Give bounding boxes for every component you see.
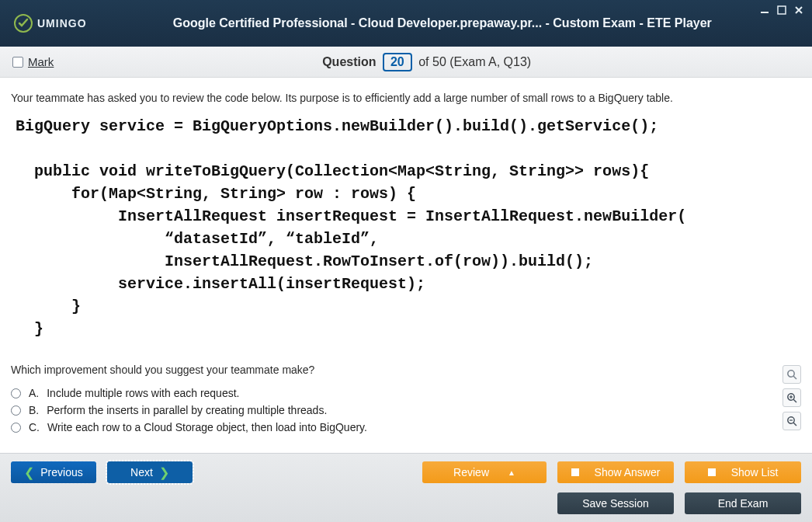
zoom-out-icon[interactable] [783,412,801,430]
square-icon [571,468,579,476]
show-list-button[interactable]: Show List [685,461,801,483]
end-exam-button[interactable]: End Exam [685,492,801,514]
option-a[interactable]: A. Include multiple rows with each reque… [11,387,801,399]
radio-icon[interactable] [11,388,21,398]
question-counter: Question 20 of 50 (Exam A, Q13) [54,53,800,71]
svg-line-10 [793,423,796,426]
mark-toggle[interactable]: Mark [12,55,54,68]
svg-line-6 [793,399,796,402]
triangle-up-icon: ▲ [508,468,515,477]
mark-label: Mark [28,55,54,68]
question-intro: Your teammate has asked you to review th… [11,92,801,104]
mark-checkbox[interactable] [12,57,23,68]
chevron-right-icon: ❯ [159,465,169,480]
minimize-icon[interactable] [759,5,770,16]
next-button[interactable]: Next❯ [107,461,193,483]
answer-options: A. Include multiple rows with each reque… [11,387,801,433]
chevron-left-icon: ❮ [24,465,34,480]
footer-row-1: ❮Previous Next❯ Review▲ Show Answer Show… [11,461,801,483]
maximize-icon[interactable] [776,5,787,16]
brand-text: UMINGO [37,17,87,30]
svg-point-3 [788,371,794,377]
previous-button[interactable]: ❮Previous [11,461,96,483]
title-bar: UMINGO Google Certified Professional - C… [0,0,812,47]
question-prompt: Which improvement should you suggest you… [11,364,801,376]
svg-rect-2 [778,6,786,14]
code-block: BigQuery service = BigQueryOptions.newBu… [16,115,801,340]
close-icon[interactable] [793,5,804,16]
zoom-in-icon[interactable] [783,388,801,407]
check-icon [14,14,33,33]
svg-line-4 [793,376,796,379]
radio-icon[interactable] [11,405,21,416]
search-icon[interactable] [783,365,801,384]
current-question-number: 20 [383,53,412,71]
option-b[interactable]: B. Perform the inserts in parallel by cr… [11,404,801,416]
svg-rect-1 [761,12,769,13]
radio-icon[interactable] [11,423,21,433]
square-icon [708,468,716,476]
zoom-tools [783,365,801,430]
window-title: Google Certified Professional - Cloud De… [87,16,798,30]
review-button[interactable]: Review▲ [422,461,547,483]
question-header-bar: Mark Question 20 of 50 (Exam A, Q13) [0,47,812,78]
footer: ❮Previous Next❯ Review▲ Show Answer Show… [0,453,812,522]
footer-row-2: Save Session End Exam [11,492,801,514]
save-session-button[interactable]: Save Session [557,492,674,514]
show-answer-button[interactable]: Show Answer [557,461,674,483]
option-c[interactable]: C. Write each row to a Cloud Storage obj… [11,421,801,433]
app-logo: UMINGO [14,14,87,33]
window-controls [759,5,804,16]
question-content: Your teammate has asked you to review th… [0,78,812,453]
